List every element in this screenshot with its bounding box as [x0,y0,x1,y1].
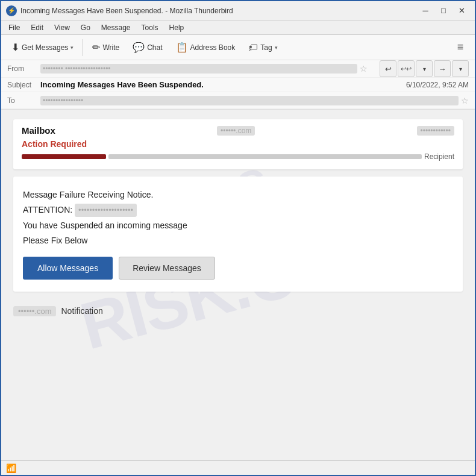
action-buttons: Allow Messages Review Messages [23,257,453,280]
mailbox-recipient-blurred: •••••••••••• [417,126,454,136]
mailbox-title-row: Mailbox ••••••.com •••••••••••• [22,125,454,136]
email-content: Mailbox ••••••.com •••••••••••• Action R… [1,110,475,328]
message-line-3: You have Suspended an incoming message [23,219,453,232]
message-body-block: Message Failure Receiving Notice. ATTENT… [13,177,463,292]
to-label: To [7,96,40,105]
tag-icon: 🏷 [248,42,258,53]
message-line-2: ATTENTION: •••••••••••••••••••• [23,204,453,217]
progress-bar: Recipient [22,152,454,161]
status-bar: 📶 [1,460,475,475]
email-header: From •••••••• •••••••••••••••••• ☆ ↩ ↩↩ … [1,60,475,110]
nav-dropdown1-button[interactable]: ▾ [416,60,433,77]
menu-edit[interactable]: Edit [26,22,48,33]
notification-text: Notification [61,306,102,316]
title-bar: ⚡ Incoming Messages Have Been Suspended.… [1,1,475,20]
write-button[interactable]: ✏ Write [87,39,125,56]
menu-bar: File Edit View Go Message Tools Help [1,20,475,35]
status-icon: 📶 [6,463,16,473]
back-button[interactable]: ↩ [380,60,396,77]
mailbox-domain: ••••••.com [217,126,255,136]
to-star-icon[interactable]: ☆ [461,96,469,105]
message-line-1: Message Failure Receiving Notice. [23,189,453,201]
allow-messages-button[interactable]: Allow Messages [23,257,113,280]
action-required-text: Action Required [22,139,454,149]
review-messages-button[interactable]: Review Messages [119,257,215,280]
toolbar: ⬇ Get Messages ▾ ✏ Write 💬 Chat 📋 Addres… [1,35,475,60]
address-book-icon: 📋 [176,42,188,53]
app-icon: ⚡ [6,5,17,16]
from-label: From [7,64,40,73]
tag-dropdown-icon: ▾ [275,45,278,51]
menu-help[interactable]: Help [164,22,189,33]
menu-go[interactable]: Go [76,22,95,33]
from-value: •••••••• •••••••••••••••••• [40,64,357,74]
tag-label: Tag [260,43,272,52]
subject-row: Subject Incoming Messages Have Been Susp… [1,78,475,92]
menu-file[interactable]: File [4,22,25,33]
mailbox-title: Mailbox [22,125,55,136]
minimize-button[interactable]: ─ [417,4,434,17]
email-date: 6/10/2022, 9:52 AM [406,81,469,89]
menu-tools[interactable]: Tools [137,22,163,33]
subject-value: Incoming Messages Have Been Suspended. [40,80,406,89]
from-star-icon[interactable]: ☆ [360,64,368,74]
attention-prefix: ATTENTION: [23,205,75,215]
attention-email: •••••••••••••••••••• [75,204,137,217]
notification-row: ••••••.com Notification [13,304,463,319]
nav-dropdown2-button[interactable]: ▾ [452,60,469,77]
get-messages-label: Get Messages [22,43,68,52]
subject-label: Subject [7,81,40,89]
address-book-button[interactable]: 📋 Address Book [171,39,241,56]
chat-button[interactable]: 💬 Chat [127,39,168,56]
message-line-4: Please Fix Below [23,234,453,247]
email-body: PC RISK.COM Mailbox ••••••.com •••••••••… [1,110,475,476]
reply-all-button[interactable]: ↩↩ [398,60,415,77]
window-title: Incoming Messages Have Been Suspended. -… [20,7,417,15]
address-book-label: Address Book [190,43,236,52]
progress-empty [108,154,422,159]
chat-icon: 💬 [133,42,145,53]
to-row: To •••••••••••••••• ☆ [1,92,475,109]
window-controls: ─ □ ✕ [417,4,470,17]
write-icon: ✏ [92,42,100,53]
to-value: •••••••••••••••• [40,96,459,105]
mailbox-header-block: Mailbox ••••••.com •••••••••••• Action R… [13,119,463,169]
menu-message[interactable]: Message [96,22,136,33]
navigation-buttons: ↩ ↩↩ ▾ → ▾ [374,60,475,77]
get-messages-icon: ⬇ [11,42,19,53]
hamburger-menu-button[interactable]: ≡ [451,38,470,57]
from-row: From •••••••• •••••••••••••••••• ☆ [1,60,374,77]
forward-button[interactable]: → [434,60,451,77]
main-area: From •••••••• •••••••••••••••••• ☆ ↩ ↩↩ … [1,60,475,476]
get-messages-dropdown-icon: ▾ [70,45,74,51]
toolbar-separator-1 [83,39,83,56]
recipient-label: Recipient [424,152,454,161]
tag-button[interactable]: 🏷 Tag ▾ [243,39,283,56]
get-messages-button[interactable]: ⬇ Get Messages ▾ [6,39,79,56]
menu-view[interactable]: View [49,22,75,33]
close-button[interactable]: ✕ [453,4,470,17]
maximize-button[interactable]: □ [435,4,452,17]
notification-domain: ••••••.com [13,306,56,316]
progress-fill [22,154,106,159]
write-label: Write [102,43,119,52]
chat-label: Chat [147,43,162,52]
